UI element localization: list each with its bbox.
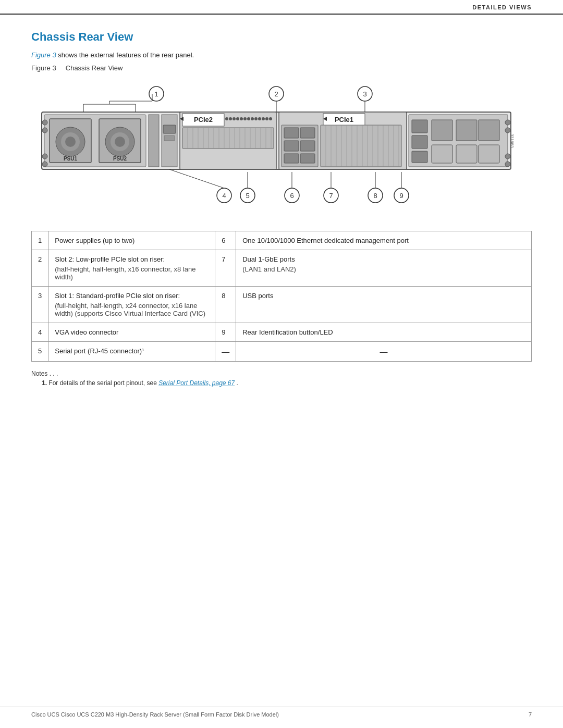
page-title: Chassis Rear View: [31, 30, 532, 44]
svg-text:331683: 331683: [510, 134, 515, 148]
row2-desc1b: (half-height, half-length, x16 connector…: [55, 265, 209, 281]
svg-point-21: [42, 162, 47, 167]
svg-rect-90: [412, 135, 427, 149]
row1-num2: 6: [215, 231, 236, 250]
svg-rect-92: [432, 120, 452, 141]
svg-point-11: [65, 137, 76, 147]
svg-text:PCIe1: PCIe1: [335, 116, 353, 124]
svg-rect-67: [300, 128, 315, 138]
top-bar: DETAILED VIEWS: [0, 0, 563, 15]
svg-rect-22: [149, 115, 159, 167]
row3-num1: 3: [32, 287, 48, 323]
row1-num1: 1: [32, 231, 48, 250]
svg-point-101: [505, 162, 510, 167]
svg-point-99: [505, 128, 510, 133]
svg-text:7: 7: [329, 192, 333, 200]
main-content: Chassis Rear View Figure 3 shows the ext…: [0, 15, 563, 408]
svg-text:4: 4: [222, 192, 226, 200]
notes-section: Notes . . . 1. For details of the serial…: [31, 370, 532, 387]
svg-rect-72: [321, 125, 401, 167]
chassis-diagram: 1 2 3 PSU1: [31, 78, 532, 215]
serial-port-link[interactable]: Serial Port Details, page 67: [158, 379, 235, 387]
svg-point-50: [232, 117, 236, 120]
row3-desc2: USB ports: [236, 287, 532, 323]
section-title: DETAILED VIEWS: [472, 4, 532, 10]
svg-point-49: [229, 117, 232, 120]
table-row: 3 Slot 1: Standard-profile PCIe slot on …: [32, 287, 532, 323]
svg-rect-94: [479, 120, 499, 141]
row3-desc1b: (full-height, half-length, x24 connector…: [55, 302, 209, 317]
table-row: 5 Serial port (RJ-45 connector)¹ — —: [32, 342, 532, 362]
svg-text:5: 5: [246, 192, 249, 200]
row5-desc1: Serial port (RJ-45 connector)¹: [48, 342, 215, 362]
svg-text:1: 1: [154, 90, 158, 98]
svg-rect-96: [456, 145, 477, 163]
svg-point-98: [505, 120, 510, 125]
svg-rect-69: [300, 141, 315, 151]
svg-point-19: [42, 128, 47, 133]
svg-text:2: 2: [274, 90, 278, 98]
svg-point-57: [258, 117, 261, 120]
note-period: .: [237, 379, 238, 387]
svg-point-16: [115, 137, 125, 147]
figure-label: Figure 3 Chassis Rear View: [31, 64, 123, 72]
chassis-svg: 1 2 3 PSU1: [31, 78, 532, 214]
svg-point-20: [42, 154, 47, 159]
svg-rect-66: [284, 128, 299, 138]
row4-num2: 9: [215, 323, 236, 342]
svg-point-60: [269, 117, 272, 120]
svg-rect-71: [300, 154, 315, 163]
svg-rect-97: [479, 145, 499, 163]
svg-rect-25: [164, 135, 175, 141]
note-number: 1.: [42, 379, 47, 387]
svg-point-53: [243, 117, 247, 120]
svg-point-48: [225, 117, 228, 120]
row2-desc2: Dual 1-GbE ports (LAN1 and LAN2): [236, 250, 532, 287]
row2-num2: 7: [215, 250, 236, 287]
svg-point-100: [505, 154, 510, 159]
table-row: 1 Power supplies (up to two) 6 One 10/10…: [32, 231, 532, 250]
svg-rect-93: [456, 120, 477, 141]
svg-rect-91: [412, 151, 427, 163]
figure-3-link[interactable]: Figure 3: [31, 51, 56, 59]
svg-text:PSU2: PSU2: [113, 156, 127, 162]
footer-page-number: 7: [529, 711, 532, 718]
svg-point-55: [251, 117, 254, 120]
svg-point-58: [262, 117, 265, 120]
table-row: 2 Slot 2: Low-profile PCIe slot on riser…: [32, 250, 532, 287]
svg-point-51: [236, 117, 239, 120]
notes-label: Notes . . .: [31, 370, 532, 377]
table-row: 4 VGA video connector 9 Rear Identificat…: [32, 323, 532, 342]
note-text: For details of the serial port pinout, s…: [48, 379, 158, 387]
footer-left: Cisco UCS Cisco UCS C220 M3 High-Density…: [31, 711, 279, 718]
svg-point-18: [42, 120, 47, 125]
page-footer: Cisco UCS Cisco UCS C220 M3 High-Density…: [0, 707, 563, 718]
svg-text:8: 8: [373, 192, 377, 200]
note-item-1: 1. For details of the serial port pinout…: [42, 379, 532, 387]
svg-line-123: [169, 169, 224, 188]
svg-point-52: [240, 117, 243, 120]
svg-point-59: [265, 117, 268, 120]
svg-text:PCIe2: PCIe2: [194, 116, 213, 124]
svg-rect-89: [412, 120, 427, 133]
row2-num1: 2: [32, 250, 48, 287]
row5-num1: 5: [32, 342, 48, 362]
svg-rect-70: [284, 154, 299, 163]
svg-text:9: 9: [399, 192, 403, 200]
row4-desc1: VGA video connector: [48, 323, 215, 342]
row4-desc2: Rear Identification button/LED: [236, 323, 532, 342]
row1-desc1: Power supplies (up to two): [48, 231, 215, 250]
row4-num1: 4: [32, 323, 48, 342]
svg-rect-68: [284, 141, 299, 151]
row2-desc1: Slot 2: Low-profile PCIe slot on riser: …: [48, 250, 215, 287]
svg-point-56: [254, 117, 258, 120]
svg-text:6: 6: [290, 192, 293, 200]
svg-rect-30: [182, 128, 274, 149]
svg-rect-95: [432, 145, 452, 163]
intro-text-body: shows the external features of the rear …: [56, 51, 194, 59]
intro-paragraph: Figure 3 shows the external features of …: [31, 51, 532, 59]
info-table: 1 Power supplies (up to two) 6 One 10/10…: [31, 231, 532, 362]
page-wrapper: DETAILED VIEWS Chassis Rear View Figure …: [0, 0, 563, 728]
row2-desc2b: (LAN1 and LAN2): [242, 265, 525, 273]
svg-text:PSU1: PSU1: [64, 156, 78, 162]
